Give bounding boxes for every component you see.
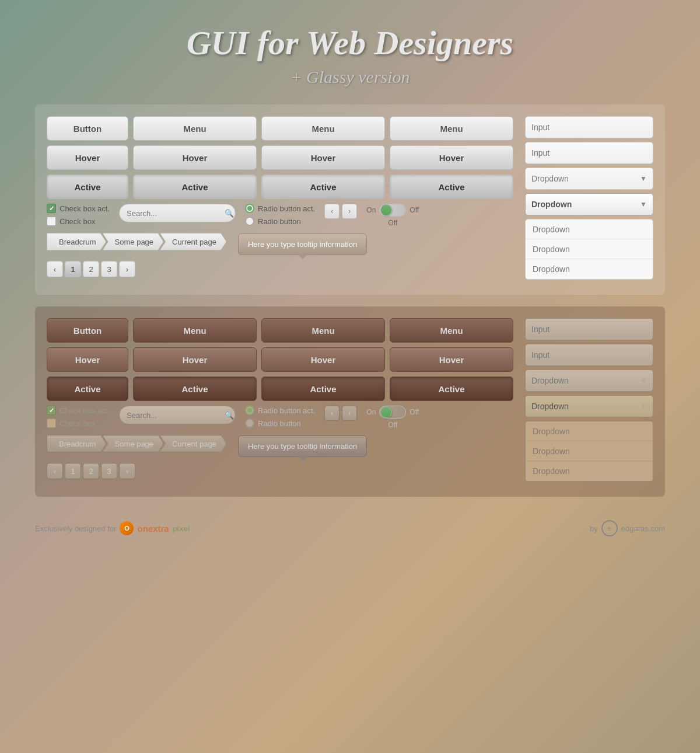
dark-dropdown-active-label: Dropdown — [531, 402, 569, 411]
dark-page-3[interactable]: 3 — [101, 463, 117, 479]
light-menu2-normal[interactable]: Menu — [261, 116, 385, 141]
dark-nav-prev-arrow[interactable]: ‹ — [324, 406, 340, 421]
dark-checkbox-active[interactable]: ✓ — [47, 406, 56, 415]
light-menu2-active[interactable]: Active — [261, 175, 385, 199]
dark-pagination: ‹ 1 2 3 › — [47, 463, 513, 479]
light-breadcrumb-item3[interactable]: Current page — [160, 233, 226, 250]
dark-menu2-hover[interactable]: Hover — [261, 347, 385, 372]
dark-menu1-normal[interactable]: Menu — [133, 318, 257, 343]
dark-toggle-vertical-off: Off — [388, 421, 397, 429]
light-radio[interactable] — [245, 217, 254, 226]
light-page-next[interactable]: › — [119, 261, 135, 277]
dark-dropdown-active[interactable]: Dropdown ▼ — [525, 395, 653, 417]
light-page-1[interactable]: 1 — [65, 261, 81, 277]
dark-menu3-hover[interactable]: Hover — [390, 347, 513, 372]
light-dropdown-item3[interactable]: Dropdown — [526, 259, 653, 279]
dark-checkbox-item: Check box — [47, 419, 110, 428]
light-breadcrumb-item1[interactable]: Breadcrum — [47, 233, 106, 250]
dark-input2[interactable] — [525, 344, 653, 366]
dark-search-box[interactable]: 🔍 — [119, 406, 236, 424]
dark-menu2-normal[interactable]: Menu — [261, 318, 385, 343]
dark-nav-next-arrow[interactable]: › — [342, 406, 357, 421]
chevron-down-icon: ▼ — [640, 175, 647, 183]
light-toggle-thumb — [380, 204, 392, 216]
light-radio-group: Radio button act. Radio button — [245, 204, 315, 226]
light-button-hover[interactable]: Hover — [47, 145, 128, 170]
light-dropdown-item1[interactable]: Dropdown — [526, 219, 653, 239]
dark-checkbox[interactable] — [47, 419, 56, 428]
dark-menu3-normal[interactable]: Menu — [390, 318, 513, 343]
dark-two-col: Button Menu Menu Menu Hover Hover Hover … — [47, 318, 653, 485]
light-nav-next-arrow[interactable]: › — [342, 204, 357, 219]
light-input1[interactable] — [525, 116, 653, 138]
light-menu3-normal[interactable]: Menu — [390, 116, 513, 141]
light-checkbox-active[interactable]: ✓ — [47, 204, 56, 213]
dark-dropdown-label: Dropdown — [531, 376, 569, 385]
light-input2[interactable] — [525, 142, 653, 164]
light-button-row2: Hover Hover Hover Hover — [47, 145, 513, 170]
dark-input1[interactable] — [525, 318, 653, 340]
dark-menu3-active[interactable]: Active — [390, 376, 513, 401]
dark-tooltip-button[interactable]: Here you type tooltip information — [238, 435, 367, 457]
dark-dropdown-normal[interactable]: Dropdown ▼ — [525, 369, 653, 392]
light-dropdown-active[interactable]: Dropdown ▼ — [525, 193, 653, 215]
dark-page-1[interactable]: 1 — [65, 463, 81, 479]
dark-toggle-track[interactable] — [379, 406, 406, 419]
dark-page-2[interactable]: 2 — [83, 463, 99, 479]
light-dropdown-item2[interactable]: Dropdown — [526, 239, 653, 259]
dark-radio[interactable] — [245, 419, 254, 428]
light-toggle-track[interactable] — [379, 204, 406, 217]
light-menu3-hover[interactable]: Hover — [390, 145, 513, 170]
dark-chevron-down-icon-active: ▼ — [640, 402, 647, 410]
dark-menu1-hover[interactable]: Hover — [133, 347, 257, 372]
dark-button-normal[interactable]: Button — [47, 318, 128, 343]
light-button-normal[interactable]: Button — [47, 116, 128, 141]
light-tooltip-button[interactable]: Here you type tooltip information — [238, 233, 367, 255]
light-search-input[interactable] — [127, 209, 225, 218]
light-checkbox-item: Check box — [47, 217, 110, 226]
dark-button-hover[interactable]: Hover — [47, 347, 128, 372]
dark-col-left: Button Menu Menu Menu Hover Hover Hover … — [47, 318, 513, 485]
light-menu3-active[interactable]: Active — [390, 175, 513, 199]
dark-button-active[interactable]: Active — [47, 376, 128, 401]
light-page-3[interactable]: 3 — [101, 261, 117, 277]
dark-search-input[interactable] — [127, 411, 225, 420]
dark-button-row2: Hover Hover Hover Hover — [47, 347, 513, 372]
dark-breadcrumb-item1[interactable]: Breadcrum — [47, 435, 106, 452]
title-area: GUI for Web Designers + Glassy version — [0, 0, 700, 104]
footer-right: by e edgaras.com — [590, 520, 665, 536]
light-button-active[interactable]: Active — [47, 175, 128, 199]
dark-checkbox-active-label: Check box act. — [60, 406, 110, 415]
light-breadcrumb-item2[interactable]: Some page — [103, 233, 164, 250]
dark-page-prev[interactable]: ‹ — [47, 463, 63, 479]
dark-menu2-active[interactable]: Active — [261, 376, 385, 401]
light-radio-active-label: Radio button act. — [258, 204, 315, 213]
light-search-box[interactable]: 🔍 — [119, 204, 236, 222]
dark-radio-active[interactable] — [245, 406, 254, 415]
dark-dropdown-item1[interactable]: Dropdown — [526, 421, 653, 441]
light-page-prev[interactable]: ‹ — [47, 261, 63, 277]
footer-left: Exclusively designed for O onextra pixel — [35, 521, 190, 535]
dark-breadcrumb-row: Breadcrum Some page Current page Here yo… — [47, 435, 513, 457]
light-checkbox-active-label: Check box act. — [60, 204, 110, 213]
light-checkbox-active-item: ✓ Check box act. — [47, 204, 110, 213]
light-nav-prev-arrow[interactable]: ‹ — [324, 204, 340, 219]
main-title: GUI for Web Designers — [0, 23, 700, 62]
light-page-2[interactable]: 2 — [83, 261, 99, 277]
dark-dropdown-item2[interactable]: Dropdown — [526, 441, 653, 461]
light-radio-active[interactable] — [245, 204, 254, 213]
dark-radio-active-label: Radio button act. — [258, 406, 315, 415]
light-menu2-hover[interactable]: Hover — [261, 145, 385, 170]
light-checkbox[interactable] — [47, 217, 56, 226]
light-menu1-normal[interactable]: Menu — [133, 116, 257, 141]
dark-breadcrumb-item3[interactable]: Current page — [160, 435, 226, 452]
radio-inner-dot — [247, 206, 252, 211]
light-menu1-hover[interactable]: Hover — [133, 145, 257, 170]
footer-credit-text: Exclusively designed for — [35, 524, 116, 533]
dark-page-next[interactable]: › — [119, 463, 135, 479]
dark-dropdown-item3[interactable]: Dropdown — [526, 461, 653, 481]
light-menu1-active[interactable]: Active — [133, 175, 257, 199]
dark-breadcrumb-item2[interactable]: Some page — [103, 435, 164, 452]
dark-menu1-active[interactable]: Active — [133, 376, 257, 401]
light-dropdown-normal[interactable]: Dropdown ▼ — [525, 168, 653, 190]
